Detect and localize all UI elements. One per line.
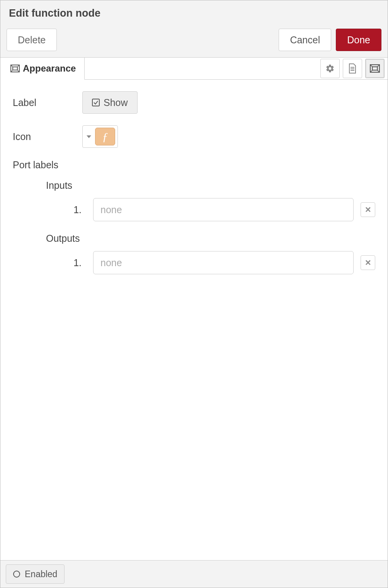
done-button[interactable]: Done — [336, 29, 381, 51]
tab-appearance-label: Appearance — [23, 63, 76, 74]
panel-body: Label Show Icon ƒ Port labels Inputs 1 — [0, 80, 388, 560]
document-icon — [348, 63, 357, 74]
svg-point-16 — [14, 571, 20, 577]
tab-description-button[interactable] — [343, 59, 362, 78]
tab-icon-group — [320, 58, 388, 79]
clear-output-port-button[interactable]: ✕ — [361, 255, 375, 270]
spacer — [61, 29, 274, 51]
input-port-row: 1. ✕ — [13, 198, 375, 221]
cancel-button[interactable]: Cancel — [279, 29, 331, 51]
icon-row: Icon ƒ — [13, 125, 375, 148]
panel-header: Edit function node — [0, 0, 388, 25]
icon-field-label: Icon — [13, 131, 82, 142]
close-icon: ✕ — [365, 259, 371, 267]
appearance-icon — [370, 64, 380, 73]
output-port-index: 1. — [13, 257, 86, 268]
port-labels-heading: Port labels — [13, 159, 375, 171]
icon-picker[interactable]: ƒ — [82, 125, 118, 148]
output-port-label-field[interactable] — [93, 251, 354, 274]
close-icon: ✕ — [365, 206, 371, 214]
tab-appearance[interactable]: Appearance — [0, 58, 85, 80]
tab-strip: Appearance — [0, 57, 388, 80]
appearance-icon — [10, 65, 20, 72]
circle-icon — [13, 571, 20, 578]
enabled-toggle[interactable]: Enabled — [6, 564, 65, 584]
chevron-down-icon — [87, 135, 91, 138]
input-port-index: 1. — [13, 204, 86, 215]
inputs-heading: Inputs — [46, 180, 375, 191]
output-port-row: 1. ✕ — [13, 251, 375, 274]
clear-input-port-button[interactable]: ✕ — [361, 202, 375, 217]
tab-appearance-button[interactable] — [365, 59, 385, 78]
label-row: Label Show — [13, 91, 375, 114]
svg-rect-15 — [92, 99, 99, 106]
panel-title: Edit function node — [9, 7, 379, 19]
svg-rect-1 — [13, 67, 17, 70]
input-port-label-field[interactable] — [93, 198, 354, 221]
header-button-row: Delete Cancel Done — [0, 25, 388, 57]
edit-node-panel: Edit function node Delete Cancel Done Ap… — [0, 0, 388, 588]
function-icon: ƒ — [95, 128, 115, 145]
svg-rect-10 — [373, 67, 378, 70]
gear-icon — [325, 64, 335, 73]
outputs-heading: Outputs — [46, 233, 375, 244]
show-label-text: Show — [104, 97, 128, 108]
enabled-label: Enabled — [25, 569, 57, 579]
delete-button[interactable]: Delete — [7, 29, 57, 51]
show-label-toggle[interactable]: Show — [82, 91, 138, 114]
checkbox-checked-icon — [92, 99, 100, 106]
label-field-label: Label — [13, 97, 82, 108]
panel-footer: Enabled — [0, 560, 388, 588]
tab-properties-button[interactable] — [320, 59, 340, 78]
